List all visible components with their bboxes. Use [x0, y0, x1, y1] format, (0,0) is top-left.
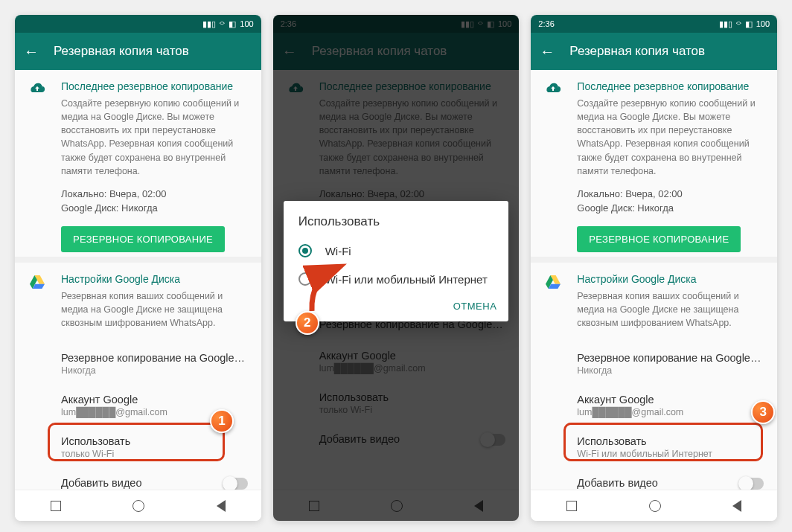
- nav-bar: [531, 490, 777, 521]
- content-area: Последнее резервное копирование Создайте…: [15, 70, 261, 490]
- local-backup-info: Локально: Вчера, 02:00: [577, 187, 765, 202]
- section-title: Настройки Google Диска: [61, 273, 249, 285]
- gdrive-backup-info: Google Диск: Никогда: [577, 201, 765, 216]
- google-drive-icon: [29, 275, 45, 289]
- switch-off-icon[interactable]: [224, 478, 248, 490]
- battery-icon: ◧: [745, 19, 753, 29]
- back-icon[interactable]: ←: [540, 44, 555, 59]
- item-subtitle: lum██████@gmail.com: [577, 407, 765, 417]
- nav-recent-icon[interactable]: [566, 501, 577, 511]
- backup-description: Создайте резервную копию сообщений и мед…: [577, 97, 765, 178]
- nav-bar: [15, 490, 261, 521]
- google-drive-icon: [545, 275, 561, 289]
- wifi-icon: ⌔: [736, 19, 741, 28]
- include-videos-toggle[interactable]: Добавить видео: [15, 468, 261, 490]
- item-title: Аккаунт Google: [61, 394, 249, 406]
- page-title: Резервная копия чатов: [569, 44, 705, 59]
- local-backup-info: Локально: Вчера, 02:00: [61, 187, 249, 202]
- battery-icon: ◧: [229, 19, 236, 29]
- backup-description: Создайте резервную копию сообщений и мед…: [61, 97, 249, 178]
- nav-recent-icon[interactable]: [51, 501, 61, 511]
- phone-screen-2: 2:36 ▮▮▯ ⌔ ◧ 100 ← Резервная копия чатов…: [273, 15, 520, 521]
- last-backup-section: Последнее резервное копирование Создайте…: [531, 70, 777, 257]
- gdrive-settings-section: Настройки Google Диска Резервная копия в…: [15, 263, 261, 343]
- divider: [15, 257, 261, 263]
- nav-back-icon[interactable]: [732, 500, 741, 512]
- divider: [531, 257, 777, 263]
- backup-frequency-item[interactable]: Резервное копирование на Google… Никогда: [531, 343, 777, 385]
- step-badge-2: 2: [296, 311, 319, 335]
- item-subtitle: Wi-Fi или мобильный Интернет: [577, 449, 765, 459]
- status-bar: 2:36 ▮▮▯ ⌔ ◧ 100: [531, 15, 777, 33]
- status-bar: ▮▮▯ ⌔ ◧ 100: [15, 15, 261, 33]
- backup-now-button[interactable]: РЕЗЕРВНОЕ КОПИРОВАНИЕ: [61, 226, 225, 252]
- step-badge-1: 1: [210, 409, 234, 433]
- backup-now-button[interactable]: РЕЗЕРВНОЕ КОПИРОВАНИЕ: [577, 226, 741, 252]
- nav-home-icon[interactable]: [132, 500, 144, 512]
- phone-screen-3: 2:36 ▮▮▯ ⌔ ◧ 100 ← Резервная копия чатов…: [531, 15, 777, 521]
- item-title: Использовать: [61, 435, 249, 447]
- gdrive-description: Резервная копия ваших сообщений и медиа …: [577, 289, 765, 330]
- cancel-button[interactable]: ОТМЕНА: [453, 301, 497, 312]
- item-title: Аккаунт Google: [577, 394, 765, 406]
- signal-icon: ▮▮▯: [202, 19, 216, 29]
- item-title: Резервное копирование на Google…: [61, 352, 249, 364]
- back-icon[interactable]: ←: [24, 44, 39, 59]
- item-subtitle: только Wi-Fi: [61, 449, 249, 459]
- battery-label: 100: [756, 19, 770, 28]
- page-title: Резервная копия чатов: [54, 44, 189, 59]
- gdrive-backup-info: Google Диск: Никогда: [61, 201, 249, 216]
- option-label: Wi-Fi: [325, 245, 351, 257]
- section-title: Последнее резервное копирование: [577, 80, 765, 92]
- nav-home-icon[interactable]: [649, 500, 661, 512]
- switch-off-icon[interactable]: [740, 478, 764, 490]
- radio-selected-icon: [298, 244, 312, 257]
- nav-back-icon[interactable]: [217, 500, 226, 512]
- app-bar: ← Резервная копия чатов: [531, 33, 777, 70]
- section-title: Последнее резервное копирование: [61, 80, 249, 92]
- backup-frequency-item[interactable]: Резервное копирование на Google… Никогда: [15, 343, 261, 385]
- battery-label: 100: [240, 19, 253, 28]
- clock: 2:36: [538, 19, 718, 28]
- gdrive-description: Резервная копия ваших сообщений и медиа …: [61, 289, 249, 330]
- item-title: Резервное копирование на Google…: [577, 352, 765, 364]
- network-use-item[interactable]: Использовать Wi-Fi или мобильный Интерне…: [531, 426, 777, 468]
- item-title: Использовать: [577, 435, 765, 447]
- item-title: Добавить видео: [61, 477, 142, 489]
- wifi-icon: ⌔: [220, 19, 225, 28]
- include-videos-toggle[interactable]: Добавить видео: [531, 468, 777, 490]
- dialog-title: Использовать: [284, 214, 509, 237]
- section-title: Настройки Google Диска: [577, 273, 765, 285]
- app-bar: ← Резервная копия чатов: [15, 33, 261, 70]
- google-account-item[interactable]: Аккаунт Google lum██████@gmail.com: [531, 385, 777, 426]
- item-subtitle: Никогда: [61, 365, 249, 376]
- item-title: Добавить видео: [577, 477, 658, 489]
- cloud-upload-icon: [544, 82, 562, 95]
- item-subtitle: Никогда: [577, 365, 765, 376]
- signal-icon: ▮▮▯: [719, 19, 732, 29]
- gdrive-settings-section: Настройки Google Диска Резервная копия в…: [531, 263, 777, 343]
- phone-screen-1: ▮▮▯ ⌔ ◧ 100 ← Резервная копия чатов Посл…: [15, 15, 261, 521]
- last-backup-section: Последнее резервное копирование Создайте…: [15, 70, 261, 257]
- content-area: Последнее резервное копирование Создайте…: [531, 70, 777, 490]
- cloud-upload-icon: [28, 82, 46, 95]
